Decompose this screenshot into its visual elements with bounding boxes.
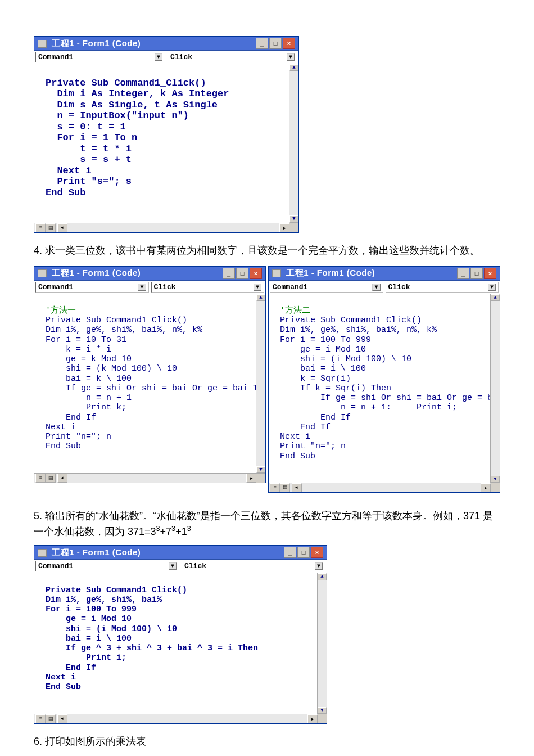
close-button[interactable]: × xyxy=(250,268,262,279)
form-icon xyxy=(38,549,47,557)
titlebar[interactable]: 工程1 - Form1 (Code) _ □ × xyxy=(269,267,500,281)
object-dropdown[interactable]: Command1 ▼ xyxy=(35,52,165,62)
object-dropdown-value: Command1 xyxy=(38,53,73,61)
harrow-left-icon[interactable]: ◂ xyxy=(57,474,67,483)
code-text: Private Sub Command1_Click() Dim i%, ge%… xyxy=(46,586,258,692)
chevron-down-icon: ▼ xyxy=(372,284,380,291)
close-button[interactable]: × xyxy=(484,268,496,279)
harrow-right-icon[interactable]: ▸ xyxy=(279,223,289,232)
titlebar[interactable]: 工程1 - Form1 (Code) _ □ × xyxy=(34,546,327,560)
harrow-right-icon[interactable]: ▸ xyxy=(307,714,318,723)
minimize-button[interactable]: _ xyxy=(284,547,296,558)
maximize-button[interactable]: □ xyxy=(297,547,310,558)
chevron-down-icon: ▼ xyxy=(315,562,323,570)
exp: 3 xyxy=(156,525,160,533)
code-area[interactable]: Private Sub Command1_Click() Dim i%, ge%… xyxy=(34,573,327,714)
scroll-corner xyxy=(318,714,327,723)
procedure-dropdown-value: Click xyxy=(184,562,206,570)
maximize-button[interactable]: □ xyxy=(236,268,248,279)
object-dropdown[interactable]: Command1 ▼ xyxy=(35,561,179,572)
vertical-scrollbar[interactable] xyxy=(256,294,265,474)
problem-5-text-main: 5. 输出所有的“水仙花数”。“水仙花数”是指一个三位数，其各位数字立方和等于该… xyxy=(34,510,493,537)
full-module-view-icon[interactable]: ≡ xyxy=(35,474,46,483)
status-bar: ≡▤ ◂ ▸ xyxy=(34,223,298,232)
plus: +7 xyxy=(160,526,172,537)
form-icon xyxy=(272,269,281,277)
procedure-dropdown-value: Click xyxy=(388,283,410,291)
chevron-down-icon: ▼ xyxy=(254,284,261,291)
code-comment: '方法一 xyxy=(46,306,76,316)
close-button[interactable]: × xyxy=(283,38,295,49)
plus: +1 xyxy=(175,526,187,537)
vertical-scrollbar[interactable] xyxy=(289,64,298,223)
minimize-button[interactable]: _ xyxy=(223,268,235,279)
scroll-corner xyxy=(256,474,265,483)
vertical-scrollbar[interactable] xyxy=(490,294,500,483)
object-dropdown[interactable]: Command1 ▼ xyxy=(270,282,383,292)
code-window-5: 工程1 - Form1 (Code) _ □ × Command1 ▼ Clic… xyxy=(34,545,327,724)
status-bar: ≡▤ ◂ ▸ xyxy=(34,473,265,483)
vertical-scrollbar[interactable] xyxy=(317,573,327,714)
procedure-dropdown-value: Click xyxy=(170,53,192,61)
window-title: 工程1 - Form1 (Code) xyxy=(52,38,141,48)
harrow-left-icon[interactable]: ◂ xyxy=(292,483,302,492)
harrow-right-icon[interactable]: ▸ xyxy=(481,483,491,492)
chevron-down-icon: ▼ xyxy=(155,53,162,61)
harrow-left-icon[interactable]: ◂ xyxy=(57,714,67,723)
problem-5-text: 5. 输出所有的“水仙花数”。“水仙花数”是指一个三位数，其各位数字立方和等于该… xyxy=(34,508,500,539)
scroll-corner xyxy=(289,223,298,232)
code-comment: '方法二 xyxy=(280,306,310,316)
scroll-corner xyxy=(491,483,500,492)
code-text: Private Sub Command1_Click() Dim i%, ge%… xyxy=(280,316,500,461)
form-icon xyxy=(38,269,47,277)
status-bar: ≡▤ ◂ ▸ xyxy=(34,714,327,723)
object-dropdown-value: Command1 xyxy=(273,283,307,291)
code-text: Private Sub Command1_Click() Dim i As In… xyxy=(46,78,229,198)
titlebar[interactable]: 工程1 - Form1 (Code) _ □ × xyxy=(34,37,298,51)
procedure-view-icon[interactable]: ▤ xyxy=(46,474,56,483)
code-area[interactable]: '方法二 Private Sub Command1_Click() Dim i%… xyxy=(269,294,500,483)
maximize-button[interactable]: □ xyxy=(470,268,483,279)
procedure-dropdown[interactable]: Click ▼ xyxy=(386,282,499,292)
harrow-left-icon[interactable]: ◂ xyxy=(57,223,67,232)
code-text: Private Sub Command1_Click() Dim i%, ge%… xyxy=(46,316,265,451)
procedure-dropdown[interactable]: Click ▼ xyxy=(182,561,325,572)
status-bar: ≡▤ ◂ ▸ xyxy=(269,483,500,492)
problem-6-text: 6. 打印如图所示的乘法表 xyxy=(34,734,500,749)
code-area[interactable]: '方法一 Private Sub Command1_Click() Dim i%… xyxy=(34,294,265,474)
window-title: 工程1 - Form1 (Code) xyxy=(52,268,141,277)
code-area[interactable]: Private Sub Command1_Click() Dim i As In… xyxy=(34,64,298,223)
problem-4-text: 4. 求一类三位数，该书中有某两位为相同数字，且该数是一个完全平方数，输出这些数… xyxy=(34,243,500,258)
chevron-down-icon: ▼ xyxy=(488,284,496,291)
harrow-right-icon[interactable]: ▸ xyxy=(246,474,256,483)
exp: 3 xyxy=(187,525,191,533)
chevron-down-icon: ▼ xyxy=(138,284,146,291)
chevron-down-icon: ▼ xyxy=(169,562,177,570)
titlebar[interactable]: 工程1 - Form1 (Code) _ □ × xyxy=(34,267,265,281)
procedure-view-icon[interactable]: ▤ xyxy=(280,483,290,492)
object-dropdown-value: Command1 xyxy=(38,562,73,570)
minimize-button[interactable]: _ xyxy=(256,38,268,49)
procedure-view-icon[interactable]: ▤ xyxy=(46,714,56,723)
form-icon xyxy=(38,40,47,48)
full-module-view-icon[interactable]: ≡ xyxy=(35,714,46,723)
window-title: 工程1 - Form1 (Code) xyxy=(286,268,375,277)
maximize-button[interactable]: □ xyxy=(269,38,282,49)
full-module-view-icon[interactable]: ≡ xyxy=(35,223,46,232)
full-module-view-icon[interactable]: ≡ xyxy=(270,483,280,492)
procedure-dropdown[interactable]: Click ▼ xyxy=(168,52,297,62)
object-dropdown[interactable]: Command1 ▼ xyxy=(35,282,149,292)
object-dropdown-value: Command1 xyxy=(38,283,73,291)
minimize-button[interactable]: _ xyxy=(457,268,469,279)
code-window-4a: 工程1 - Form1 (Code) _ □ × Command1 ▼ Clic… xyxy=(34,266,266,484)
code-window-4b: 工程1 - Form1 (Code) _ □ × Command1 ▼ Clic… xyxy=(268,266,500,493)
procedure-dropdown-value: Click xyxy=(154,283,176,291)
window-title: 工程1 - Form1 (Code) xyxy=(52,547,141,557)
chevron-down-icon: ▼ xyxy=(287,53,295,61)
code-window-factorial-sum: 工程1 - Form1 (Code) _ □ × Command1 ▼ Clic… xyxy=(34,36,299,233)
procedure-dropdown[interactable]: Click ▼ xyxy=(151,282,265,292)
close-button[interactable]: × xyxy=(311,547,323,558)
procedure-view-icon[interactable]: ▤ xyxy=(46,223,56,232)
